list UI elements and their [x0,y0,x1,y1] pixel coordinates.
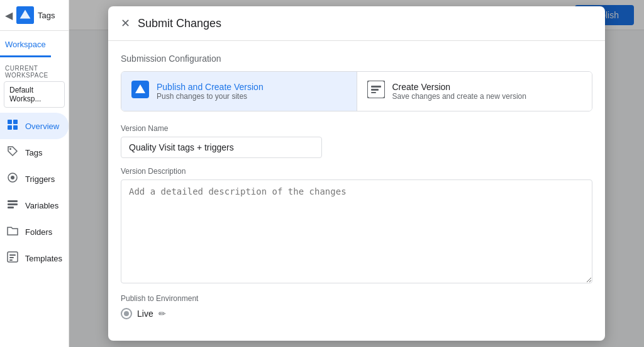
version-name-label: Version Name [121,124,592,133]
svg-rect-10 [8,203,18,205]
dialog-title: Submit Changes [138,17,221,30]
sidebar-item-overview-label: Overview [25,122,59,131]
svg-rect-21 [371,92,376,93]
svg-rect-3 [13,120,18,124]
dialog-overlay: ✕ Submit Changes Submission Configuratio… [69,0,644,347]
version-name-input[interactable] [121,137,322,158]
sidebar-item-variables-label: Variables [25,201,58,210]
svg-rect-11 [8,207,14,208]
sidebar-item-variables[interactable]: Variables [0,192,69,219]
live-label: Live [137,309,153,319]
sidebar-item-overview[interactable]: Overview [0,113,69,139]
svg-rect-20 [371,89,379,91]
back-icon[interactable]: ◀ [5,9,13,21]
svg-rect-4 [8,125,12,130]
main-area: Publish ✕ Submit Changes Submission Conf… [69,0,644,347]
svg-rect-9 [8,200,18,202]
sidebar-item-templates[interactable]: Templates [0,245,69,271]
sidebar-item-triggers-label: Triggers [25,174,55,184]
live-radio[interactable] [121,308,132,319]
variables-icon [6,198,19,212]
publish-create-title: Publish and Create Version [157,82,264,92]
edit-icon[interactable]: ✏ [158,309,166,319]
option-publish-create[interactable]: Publish and Create Version Push changes … [121,72,357,111]
tags-icon [6,145,19,159]
dialog-body: Submission Configuration Publish and Cre… [108,41,605,341]
sidebar-item-triggers[interactable]: Triggers [0,166,69,192]
svg-rect-13 [9,254,16,256]
version-desc-label: Version Description [121,167,592,176]
sidebar-item-templates-label: Templates [25,254,62,263]
config-options: Publish and Create Version Push changes … [121,71,592,111]
app-title: Tags [38,11,55,20]
sidebar-item-folders-label: Folders [25,227,52,237]
live-radio-inner [124,311,129,316]
svg-point-6 [9,148,11,150]
version-name-section: Version Name [121,124,592,158]
dialog-header: ✕ Submit Changes [108,6,605,41]
svg-rect-19 [371,86,381,88]
svg-rect-2 [8,120,12,124]
svg-point-8 [11,176,14,179]
publish-create-subtitle: Push changes to your sites [157,92,264,101]
create-version-subtitle: Save changes and create a new version [392,92,526,101]
current-workspace-label: CURRENT WORKSPACE [0,60,69,81]
create-version-title: Create Version [392,82,526,92]
create-version-text: Create Version Save changes and create a… [392,82,526,101]
publish-env-label: Publish to Environment [121,294,592,303]
close-icon[interactable]: ✕ [121,16,130,30]
svg-rect-5 [13,125,18,130]
submit-changes-dialog: ✕ Submit Changes Submission Configuratio… [108,6,605,341]
triggers-icon [6,172,19,186]
sidebar: ◀ Tags Workspace CURRENT WORKSPACE Defau… [0,0,69,347]
publish-create-icon [131,81,149,102]
create-version-icon [367,81,385,102]
overview-icon [6,119,19,133]
submission-config-label: Submission Configuration [121,54,592,64]
sidebar-item-folders[interactable]: Folders [0,219,69,245]
sidebar-item-tags[interactable]: Tags [0,139,69,166]
version-desc-textarea[interactable] [121,179,592,283]
env-live-row: Live ✏ [121,308,592,319]
sidebar-header: ◀ Tags [0,0,69,31]
svg-rect-15 [9,259,13,261]
option-create-version[interactable]: Create Version Save changes and create a… [357,72,592,111]
version-desc-section: Version Description [121,167,592,285]
publish-create-text: Publish and Create Version Push changes … [157,82,264,101]
folders-icon [6,225,19,239]
workspace-name[interactable]: Default Worksp... [4,81,65,108]
gtm-logo [16,6,34,24]
templates-icon [6,251,19,265]
svg-rect-14 [9,257,14,258]
publish-env-section: Publish to Environment Live ✏ [121,294,592,319]
sidebar-item-tags-label: Tags [25,148,42,157]
workspace-tab[interactable]: Workspace [0,31,69,60]
